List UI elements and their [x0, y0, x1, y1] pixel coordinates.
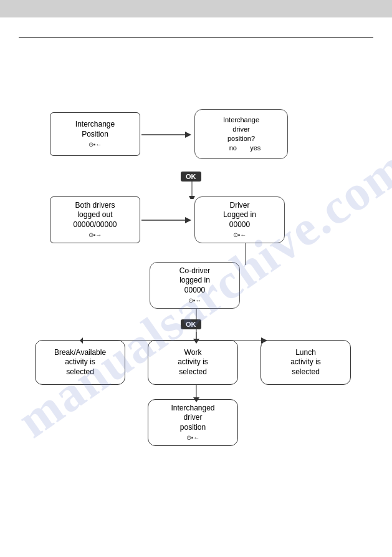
arrow2: [141, 214, 191, 226]
connector-box5-ok2: [190, 309, 203, 322]
top-bar: [0, 0, 392, 17]
svg-marker-6: [189, 196, 195, 199]
box1-label: InterchangePosition: [75, 120, 115, 139]
svg-marker-10: [80, 337, 83, 344]
box-interchange-driver-position: Interchangedriverposition?no yes: [194, 109, 288, 159]
branch-left: [80, 334, 195, 347]
svg-marker-17: [193, 397, 199, 402]
box5-icons: ⊙▪↔: [188, 296, 202, 304]
box-interchanged-driver-position: Interchangeddriverposition ⊙▪←: [148, 399, 238, 446]
box8-label: Lunchactivity isselected: [290, 348, 321, 377]
box4-label: DriverLogged in00000: [223, 201, 256, 230]
box1-icons: ⊙▪←: [88, 140, 102, 148]
svg-marker-12: [261, 337, 267, 344]
arrow1: [141, 128, 191, 141]
box2-label: Interchangedriverposition?no yes: [222, 115, 261, 152]
box5-label: Co-driverlogged in00000: [179, 266, 210, 296]
connector-box7-box9: [190, 385, 203, 402]
branch-right: [196, 334, 267, 347]
center-down: [190, 332, 203, 343]
arrow-box4-to-box5: [239, 243, 252, 265]
box-driver-logged-in: DriverLogged in00000 ⊙▪←: [194, 196, 285, 243]
box-lunch-activity: Lunchactivity isselected: [261, 340, 351, 385]
box-codriver-logged-in: Co-driverlogged in00000 ⊙▪↔: [150, 262, 240, 309]
box3-icons: ⊙▪→: [88, 231, 102, 239]
svg-marker-1: [185, 132, 191, 138]
box-interchange-position: InterchangePosition ⊙▪←: [50, 112, 140, 156]
svg-marker-3: [185, 217, 191, 223]
box3-label: Both driverslogged out00000/00000: [73, 201, 117, 230]
box6-label: Break/Availableactivity isselected: [54, 348, 106, 377]
page: manualsarchive.com InterchangePosition ⊙…: [0, 0, 392, 557]
box9-icons: ⊙▪←: [186, 433, 200, 442]
box4-icons: ⊙▪←: [233, 231, 247, 239]
svg-marker-14: [193, 339, 199, 343]
box9-label: Interchangeddriverposition: [171, 404, 214, 433]
box-both-drivers: Both driverslogged out00000/00000 ⊙▪→: [50, 196, 140, 243]
ok1-label: OK: [186, 173, 196, 180]
connector-ok1-down: [186, 180, 198, 199]
divider: [19, 37, 373, 38]
box7-label: Workactivity isselected: [178, 348, 208, 377]
